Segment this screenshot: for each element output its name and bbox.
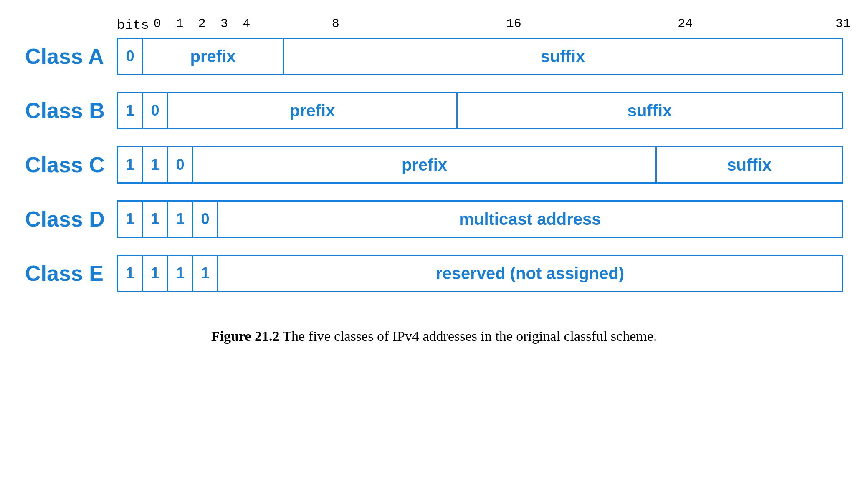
class-e-diagram: 1 1 1 1 reserved (not assigned) [117, 255, 843, 292]
class-e-reserved: reserved (not assigned) [218, 256, 842, 291]
bit-ruler: bits 012348162431 [117, 17, 843, 33]
bit-cell-1: 1 [118, 93, 143, 128]
ruler-num-0: 0 [154, 17, 161, 31]
bit-cell-1e2: 1 [143, 256, 168, 291]
ruler-num-3: 3 [220, 17, 228, 31]
class-c-diagram: 1 1 0 prefix suffix [117, 146, 843, 184]
bit-cell-1e: 1 [118, 256, 143, 291]
class-a-prefix: prefix [143, 39, 284, 74]
class-e-row: Class E 1 1 1 1 reserved (not assigned) [25, 255, 843, 292]
class-d-label: Class D [25, 207, 117, 232]
class-a-diagram: 0 prefix suffix [117, 38, 843, 75]
bit-cell-1d3: 1 [168, 202, 193, 237]
bit-cell-0: 0 [118, 39, 143, 74]
class-c-label: Class C [25, 152, 117, 177]
class-d-multicast: multicast address [218, 202, 842, 237]
bit-cell-1e4: 1 [193, 256, 218, 291]
caption-text: The five classes of IPv4 addresses in th… [279, 328, 657, 344]
bit-cell-0b: 0 [143, 93, 168, 128]
class-b-diagram: 1 0 prefix suffix [117, 92, 843, 129]
class-c-prefix: prefix [193, 147, 657, 182]
class-b-label: Class B [25, 98, 117, 123]
class-d-diagram: 1 1 1 0 multicast address [117, 200, 843, 238]
bit-cell-1e3: 1 [168, 256, 193, 291]
ruler-num-31: 31 [835, 17, 850, 31]
bit-cell-0d: 0 [193, 202, 218, 237]
class-c-row: Class C 1 1 0 prefix suffix [25, 146, 843, 184]
figure-label: Figure 21.2 [211, 328, 280, 344]
ruler-num-2: 2 [198, 17, 206, 31]
caption-line1: Figure 21.2 The five classes of IPv4 add… [25, 325, 843, 347]
bit-cell-1c2: 1 [143, 147, 168, 182]
class-e-label: Class E [25, 261, 117, 286]
ruler-num-4: 4 [243, 17, 250, 31]
class-a-label: Class A [25, 44, 117, 69]
class-a-row: Class A 0 prefix suffix [25, 38, 843, 75]
bit-cell-1d: 1 [118, 202, 143, 237]
bit-cell-1c: 1 [118, 147, 143, 182]
figure-caption: Figure 21.2 The five classes of IPv4 add… [25, 325, 843, 347]
ruler-num-8: 8 [332, 17, 339, 31]
class-c-suffix: suffix [657, 147, 842, 182]
class-b-prefix: prefix [168, 93, 458, 128]
ruler-num-24: 24 [678, 17, 693, 31]
diagram-container: bits 012348162431 Class A 0 prefix suffi… [25, 17, 843, 347]
class-b-suffix: suffix [458, 93, 842, 128]
class-a-suffix: suffix [284, 39, 842, 74]
ruler-num-16: 16 [506, 17, 521, 31]
ruler-label: bits [117, 18, 149, 33]
class-b-row: Class B 1 0 prefix suffix [25, 92, 843, 129]
class-d-row: Class D 1 1 1 0 multicast address [25, 200, 843, 238]
ruler-num-1: 1 [176, 17, 183, 31]
ruler-numbers: 012348162431 [157, 17, 843, 33]
bit-cell-1d2: 1 [143, 202, 168, 237]
bit-cell-0c: 0 [168, 147, 193, 182]
